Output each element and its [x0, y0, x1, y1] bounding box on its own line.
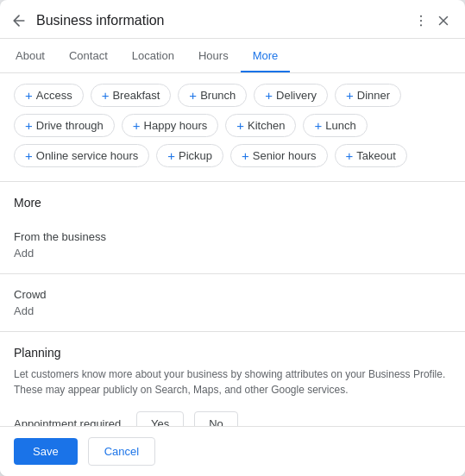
plus-icon: +	[236, 119, 244, 132]
plus-icon: +	[25, 149, 33, 162]
chip-label: Online service hours	[36, 149, 139, 162]
from-business-add[interactable]: Add	[14, 247, 451, 260]
chip-takeout[interactable]: + Takeout	[335, 144, 407, 167]
chip-access[interactable]: + Access	[14, 84, 84, 107]
appointment-row: Appointment required Yes No	[14, 411, 451, 426]
chips-row-1: + Access + Breakfast + Brunch + Delivery…	[14, 84, 451, 107]
chip-breakfast[interactable]: + Breakfast	[91, 84, 172, 107]
chip-happy-hours[interactable]: + Happy hours	[122, 114, 218, 137]
svg-point-0	[420, 16, 422, 17]
tab-location[interactable]: Location	[120, 39, 186, 72]
footer: Save Cancel	[0, 426, 465, 476]
plus-icon: +	[314, 119, 322, 132]
chips-row-3: + Online service hours + Pickup + Senior…	[14, 144, 451, 167]
plus-icon: +	[346, 149, 354, 162]
appointment-yes-button[interactable]: Yes	[136, 411, 184, 426]
header: Business information	[0, 0, 465, 39]
panel-title: Business information	[36, 13, 413, 28]
plus-icon: +	[346, 89, 354, 102]
chip-label: Access	[36, 89, 72, 102]
appointment-label: Appointment required	[14, 417, 126, 426]
cancel-button[interactable]: Cancel	[88, 437, 155, 466]
from-business-label: From the business	[14, 230, 451, 243]
save-button[interactable]: Save	[14, 438, 78, 465]
nav-tabs: About Contact Location Hours More	[0, 39, 465, 73]
chip-delivery[interactable]: + Delivery	[254, 84, 328, 107]
chip-label: Takeout	[356, 149, 396, 162]
planning-section: Planning Let customers know more about y…	[0, 332, 465, 426]
chip-drive-through[interactable]: + Drive through	[14, 114, 115, 137]
chips-row-2: + Drive through + Happy hours + Kitchen …	[14, 114, 451, 137]
chip-senior-hours[interactable]: + Senior hours	[230, 144, 327, 167]
chip-dinner[interactable]: + Dinner	[335, 84, 401, 107]
appointment-no-button[interactable]: No	[194, 411, 238, 426]
chip-label: Delivery	[276, 89, 317, 102]
planning-title: Planning	[14, 346, 451, 360]
chip-label: Breakfast	[112, 89, 160, 102]
chip-label: Lunch	[325, 119, 355, 132]
hours-chips-section: + Access + Breakfast + Brunch + Delivery…	[0, 73, 465, 182]
chip-lunch[interactable]: + Lunch	[303, 114, 367, 137]
plus-icon: +	[265, 89, 273, 102]
plus-icon: +	[25, 89, 33, 102]
more-section-title: More	[0, 182, 465, 216]
close-button[interactable]	[436, 13, 451, 28]
svg-point-1	[420, 20, 422, 22]
plus-icon: +	[167, 149, 175, 162]
chip-online-service-hours[interactable]: + Online service hours	[14, 144, 149, 167]
back-button[interactable]	[10, 12, 28, 29]
plus-icon: +	[102, 89, 110, 102]
chip-pickup[interactable]: + Pickup	[156, 144, 223, 167]
chip-brunch[interactable]: + Brunch	[178, 84, 247, 107]
plus-icon: +	[189, 89, 197, 102]
chip-label: Happy hours	[144, 119, 208, 132]
more-menu-button[interactable]	[413, 13, 429, 28]
main-content: + Access + Breakfast + Brunch + Delivery…	[0, 73, 465, 426]
chip-label: Dinner	[357, 89, 390, 102]
chip-label: Drive through	[36, 119, 104, 132]
chip-kitchen[interactable]: + Kitchen	[225, 114, 296, 137]
tab-contact[interactable]: Contact	[57, 39, 120, 72]
tab-hours[interactable]: Hours	[186, 39, 241, 72]
chip-label: Kitchen	[248, 119, 285, 132]
crowd-section: Crowd Add	[0, 274, 465, 332]
plus-icon: +	[133, 119, 141, 132]
crowd-add[interactable]: Add	[14, 304, 451, 317]
planning-description: Let customers know more about your busin…	[14, 366, 451, 398]
tab-about[interactable]: About	[3, 39, 57, 72]
svg-point-2	[420, 24, 422, 26]
plus-icon: +	[242, 149, 249, 162]
business-info-panel: Business information About Contact Locat…	[0, 0, 465, 476]
plus-icon: +	[25, 119, 33, 132]
from-business-section: From the business Add	[0, 216, 465, 274]
chip-label: Brunch	[200, 89, 236, 102]
chip-label: Pickup	[179, 149, 212, 162]
tab-more[interactable]: More	[241, 39, 291, 72]
chip-label: Senior hours	[253, 149, 317, 162]
crowd-label: Crowd	[14, 288, 451, 301]
